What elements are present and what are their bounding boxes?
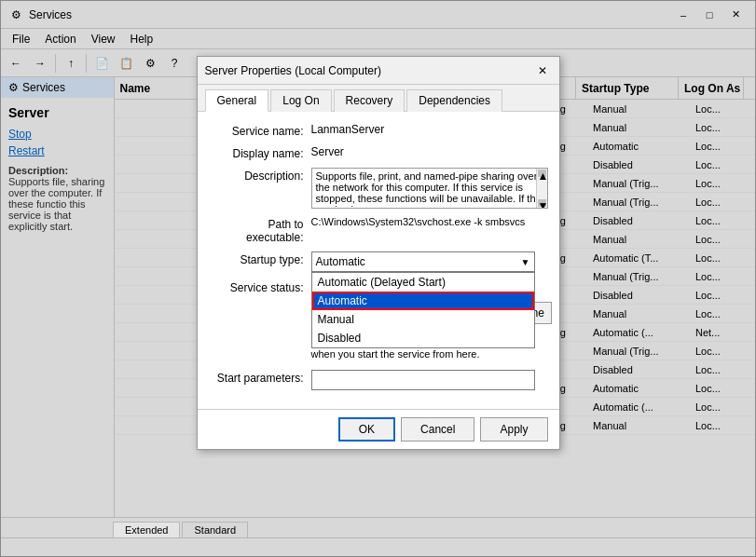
- dialog-tab-logon[interactable]: Log On: [270, 89, 331, 112]
- start-params-label: Start parameters:: [209, 370, 311, 385]
- dialog-tab-recovery[interactable]: Recovery: [334, 89, 405, 112]
- dialog-content: Service name: LanmanServer Display name:…: [198, 112, 559, 409]
- option-automatic[interactable]: Automatic: [312, 292, 534, 310]
- description-textarea[interactable]: [312, 169, 547, 208]
- dialog-tabs: General Log On Recovery Dependencies: [198, 85, 559, 112]
- path-row: Path to executable: C:\Windows\System32\…: [209, 216, 548, 244]
- option-disabled[interactable]: Disabled: [312, 329, 534, 347]
- dialog-title: Server Properties (Local Computer): [205, 64, 381, 77]
- main-window: ⚙ Services – □ ✕ File Action View Help ←…: [0, 0, 756, 557]
- ok-button[interactable]: OK: [338, 417, 395, 442]
- description-label: Description:: [209, 168, 311, 183]
- option-manual[interactable]: Manual: [312, 310, 534, 329]
- service-status-label: Service status:: [209, 279, 311, 294]
- description-row: Description: ▲ ▼: [209, 168, 548, 209]
- dialog-title-bar: Server Properties (Local Computer) ✕: [198, 57, 559, 85]
- display-name-label: Display name:: [209, 145, 311, 160]
- startup-type-row: Startup type: Automatic ▼ Automatic (Del…: [209, 251, 548, 272]
- path-label: Path to executable:: [209, 216, 311, 244]
- cancel-button[interactable]: Cancel: [401, 417, 474, 442]
- option-automatic-delayed[interactable]: Automatic (Delayed Start): [312, 273, 534, 292]
- path-value: C:\Windows\System32\svchost.exe -k smbsv…: [311, 216, 526, 227]
- display-name-value: Server: [311, 145, 344, 158]
- scroll-track[interactable]: [537, 178, 547, 198]
- service-name-row: Service name: LanmanServer: [209, 123, 548, 138]
- service-name-label: Service name:: [209, 123, 311, 138]
- dropdown-arrow-icon: ▼: [521, 257, 530, 267]
- server-properties-dialog: Server Properties (Local Computer) ✕ Gen…: [197, 56, 560, 450]
- description-scrollbar[interactable]: ▲ ▼: [536, 169, 547, 208]
- scroll-up-arrow[interactable]: ▲: [538, 170, 546, 177]
- startup-type-dropdown[interactable]: Automatic ▼ Automatic (Delayed Start) Au…: [311, 251, 535, 272]
- display-name-row: Display name: Server: [209, 145, 548, 160]
- service-name-value: LanmanServer: [311, 123, 385, 136]
- dropdown-selected[interactable]: Automatic ▼: [311, 251, 535, 272]
- start-params-row: Start parameters:: [209, 370, 548, 390]
- dialog-overlay: Server Properties (Local Computer) ✕ Gen…: [0, 0, 756, 557]
- dialog-tab-dependencies[interactable]: Dependencies: [406, 89, 502, 112]
- dialog-footer: OK Cancel Apply: [198, 409, 559, 449]
- startup-dropdown-list[interactable]: Automatic (Delayed Start) Automatic Manu…: [311, 272, 535, 348]
- apply-button[interactable]: Apply: [480, 417, 547, 442]
- scroll-down-arrow[interactable]: ▼: [538, 199, 546, 207]
- startup-type-label: Startup type:: [209, 251, 311, 266]
- description-textarea-wrapper: ▲ ▼: [311, 168, 548, 209]
- dialog-close-button[interactable]: ✕: [533, 61, 552, 80]
- dropdown-value: Automatic: [316, 255, 521, 268]
- dialog-tab-general[interactable]: General: [205, 89, 269, 112]
- start-params-input[interactable]: [311, 370, 535, 390]
